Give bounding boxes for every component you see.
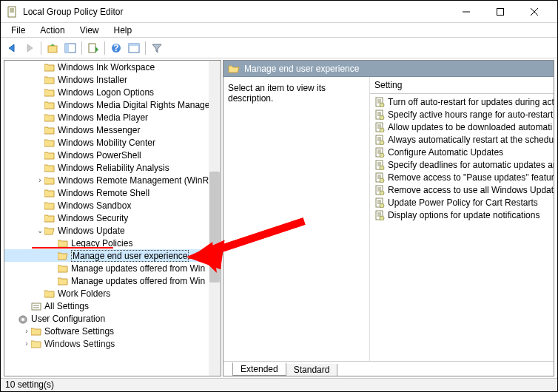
caret-down-icon[interactable]: ⌄ bbox=[36, 226, 44, 234]
help-button[interactable]: ? bbox=[108, 40, 124, 56]
tree-item[interactable]: ›Windows Settings bbox=[4, 337, 221, 350]
tree-item[interactable]: Windows Mobility Center bbox=[4, 136, 221, 149]
menu-action[interactable]: Action bbox=[34, 24, 70, 37]
tree-item[interactable]: Windows Reliability Analysis bbox=[4, 161, 221, 174]
setting-item[interactable]: Display options for update notifications bbox=[370, 209, 554, 221]
folder-icon bbox=[44, 189, 55, 197]
tree-item[interactable]: ⌄Windows Update bbox=[4, 224, 221, 237]
tree-item-label: Work Folders bbox=[58, 288, 110, 299]
details-body: Select an item to view its description. … bbox=[223, 77, 554, 361]
tree-item[interactable]: Windows Sandbox bbox=[4, 199, 221, 212]
tree-item[interactable]: Windows Security bbox=[4, 212, 221, 224]
statusbar: 10 setting(s) bbox=[1, 378, 557, 391]
setting-label: Configure Automatic Updates bbox=[388, 147, 503, 158]
setting-item[interactable]: Specify deadlines for automatic updates … bbox=[370, 158, 554, 171]
scrollbar[interactable] bbox=[209, 61, 221, 376]
setting-item[interactable]: Always automatically restart at the sche… bbox=[370, 133, 554, 146]
tree-item-label: Legacy Policies bbox=[71, 238, 132, 249]
forward-button[interactable] bbox=[21, 40, 38, 56]
svg-point-70 bbox=[380, 216, 384, 220]
setting-item[interactable]: Remove access to use all Windows Update bbox=[370, 183, 554, 196]
svg-point-50 bbox=[380, 166, 384, 170]
folder-icon bbox=[31, 327, 41, 336]
tree-item[interactable]: Manage updates offered from Win bbox=[4, 262, 221, 274]
policy-icon bbox=[374, 97, 385, 107]
tree-item[interactable]: Windows Logon Options bbox=[4, 86, 221, 98]
caret-right-icon[interactable]: › bbox=[22, 339, 31, 348]
setting-label: Allow updates to be downloaded automati bbox=[388, 122, 552, 132]
tree-item[interactable]: Manage end user experience bbox=[4, 249, 221, 262]
tree-item-label: Windows Remote Shell bbox=[58, 188, 149, 198]
details-header: Manage end user experience bbox=[223, 61, 554, 77]
tree-item-label: Windows Remote Management (WinR bbox=[58, 175, 209, 186]
tree-item[interactable]: Windows Ink Workspace bbox=[4, 61, 221, 73]
tree-item[interactable]: User Configuration bbox=[4, 312, 221, 325]
tree-item-label: Windows Installer bbox=[58, 75, 127, 85]
setting-label: Remove access to use all Windows Update bbox=[388, 185, 554, 195]
policy-icon bbox=[374, 210, 385, 220]
tree-item[interactable]: ›Windows Remote Management (WinR bbox=[4, 174, 221, 186]
setting-label: Turn off auto-restart for updates during… bbox=[388, 97, 554, 107]
tree-item[interactable]: Windows Remote Shell bbox=[4, 186, 221, 199]
tree-item-label: Manage updates offered from Win bbox=[71, 276, 205, 286]
export-list-button[interactable] bbox=[85, 40, 101, 56]
caret-right-icon[interactable]: › bbox=[22, 327, 31, 335]
minimize-button[interactable] bbox=[449, 1, 483, 23]
filter-button[interactable] bbox=[149, 40, 165, 56]
scrollbar-thumb[interactable] bbox=[209, 172, 220, 283]
folder-icon bbox=[44, 88, 55, 97]
svg-rect-16 bbox=[32, 303, 41, 310]
tree-item[interactable]: ›Software Settings bbox=[4, 325, 221, 337]
tree-item[interactable]: Work Folders bbox=[4, 287, 221, 300]
tree-view[interactable]: Windows Ink WorkspaceWindows InstallerWi… bbox=[4, 61, 221, 376]
folder-icon bbox=[44, 151, 55, 160]
setting-label: Display options for update notifications bbox=[388, 210, 539, 220]
window-controls bbox=[449, 1, 551, 23]
tree-item[interactable]: Legacy Policies bbox=[4, 237, 221, 249]
setting-item[interactable]: Allow updates to be downloaded automati bbox=[370, 121, 554, 133]
settings-list[interactable]: Turn off auto-restart for updates during… bbox=[370, 94, 554, 223]
policy-icon bbox=[374, 147, 385, 158]
tree-item[interactable]: Manage updates offered from Win bbox=[4, 274, 221, 287]
tree-item[interactable]: Windows PowerShell bbox=[4, 149, 221, 161]
caret-right-icon[interactable]: › bbox=[36, 176, 44, 184]
folder-icon bbox=[44, 126, 55, 135]
tree-pane: Windows Ink WorkspaceWindows InstallerWi… bbox=[4, 60, 221, 376]
close-button[interactable] bbox=[517, 1, 551, 23]
svg-point-60 bbox=[380, 191, 384, 195]
folder-icon bbox=[58, 277, 68, 285]
up-button[interactable] bbox=[44, 40, 61, 56]
maximize-button[interactable] bbox=[483, 1, 517, 23]
setting-item[interactable]: Update Power Policy for Cart Restarts bbox=[370, 196, 554, 209]
menu-help[interactable]: Help bbox=[108, 24, 138, 37]
tab-standard[interactable]: Standard bbox=[286, 364, 338, 376]
policy-icon bbox=[374, 135, 385, 145]
back-button[interactable] bbox=[4, 40, 20, 56]
folder-icon bbox=[44, 101, 55, 109]
setting-item[interactable]: Turn off auto-restart for updates during… bbox=[370, 95, 554, 108]
tab-extended[interactable]: Extended bbox=[232, 362, 286, 376]
tree-item[interactable]: Windows Media Player bbox=[4, 111, 221, 124]
tree-item[interactable]: Windows Messenger bbox=[4, 124, 221, 136]
show-hide-tree-button[interactable] bbox=[62, 40, 78, 56]
folder-icon bbox=[44, 289, 55, 298]
tree-item[interactable]: Windows Media Digital Rights Manage bbox=[4, 98, 221, 111]
tree-item[interactable]: All Settings bbox=[4, 300, 221, 312]
setting-item[interactable]: Remove access to "Pause updates" feature bbox=[370, 171, 554, 183]
tree-item-label: Windows Ink Workspace bbox=[58, 62, 155, 72]
settings-sheet-icon bbox=[31, 302, 41, 311]
properties-button[interactable] bbox=[126, 40, 142, 56]
setting-item[interactable]: Specify active hours range for auto-rest… bbox=[370, 108, 554, 121]
toolbar: ? bbox=[1, 38, 557, 58]
setting-item[interactable]: Configure Automatic Updates bbox=[370, 146, 554, 158]
tree-item-label: Windows Security bbox=[58, 213, 128, 223]
tree-item-label: Manage end user experience bbox=[71, 250, 189, 262]
window-title: Local Group Policy Editor bbox=[23, 7, 449, 17]
menu-file[interactable]: File bbox=[5, 24, 31, 37]
tree-item[interactable]: Windows Installer bbox=[4, 73, 221, 86]
titlebar: Local Group Policy Editor bbox=[1, 1, 557, 23]
setting-column-header[interactable]: Setting bbox=[370, 77, 554, 94]
tree-item-label: All Settings bbox=[44, 301, 89, 311]
svg-rect-5 bbox=[497, 8, 504, 15]
menu-view[interactable]: View bbox=[74, 24, 105, 37]
